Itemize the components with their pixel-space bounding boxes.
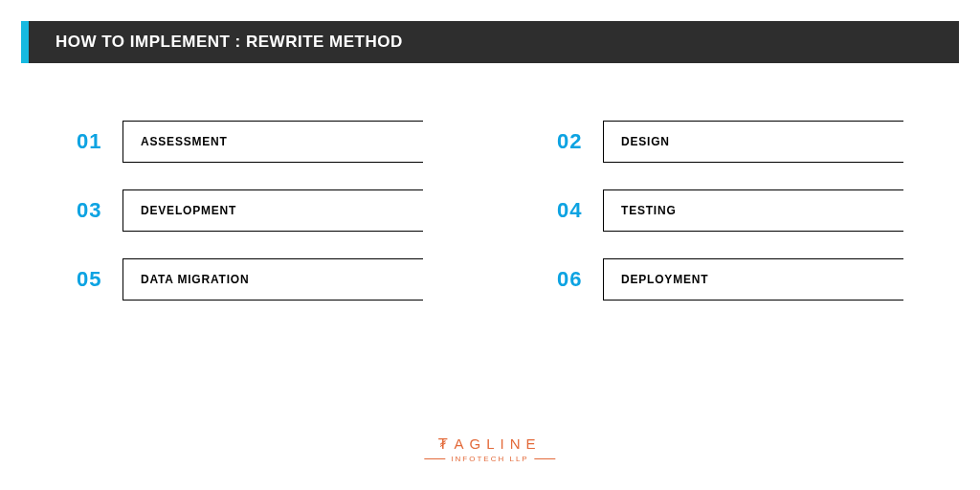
step-number: 04 xyxy=(557,198,603,223)
step-box: ASSESSMENT xyxy=(122,121,423,163)
footer-logo: ₮AGLINE INFOTECH LLP xyxy=(424,435,555,463)
step-number: 02 xyxy=(557,129,603,154)
step-label: ASSESSMENT xyxy=(141,135,228,148)
title-main: HOW TO IMPLEMENT : REWRITE METHOD xyxy=(29,21,959,63)
step-number: 05 xyxy=(77,267,122,292)
step-label: DESIGN xyxy=(621,135,670,148)
logo-line-icon xyxy=(424,458,445,459)
step-number: 06 xyxy=(557,267,603,292)
step-item: 02 DESIGN xyxy=(557,121,903,163)
logo-subtext: INFOTECH LLP xyxy=(451,455,528,463)
step-label: DEVELOPMENT xyxy=(141,204,236,217)
step-label: DATA MIGRATION xyxy=(141,273,249,286)
content-area: 01 ASSESSMENT 02 DESIGN 03 DEVELOPMENT 0… xyxy=(0,63,980,301)
step-number: 01 xyxy=(77,129,122,154)
step-number: 03 xyxy=(77,198,122,223)
title-bar: HOW TO IMPLEMENT : REWRITE METHOD xyxy=(21,21,959,63)
step-box: DEPLOYMENT xyxy=(603,258,903,301)
title-accent-bar xyxy=(21,21,29,63)
step-box: DESIGN xyxy=(603,121,903,163)
step-box: DEVELOPMENT xyxy=(122,189,423,232)
step-box: DATA MIGRATION xyxy=(122,258,423,301)
step-item: 01 ASSESSMENT xyxy=(77,121,423,163)
step-box: TESTING xyxy=(603,189,903,232)
steps-grid: 01 ASSESSMENT 02 DESIGN 03 DEVELOPMENT 0… xyxy=(77,121,903,301)
step-label: TESTING xyxy=(621,204,677,217)
logo-line-icon xyxy=(535,458,556,459)
step-item: 03 DEVELOPMENT xyxy=(77,189,423,232)
step-item: 06 DEPLOYMENT xyxy=(557,258,903,301)
logo-subline: INFOTECH LLP xyxy=(424,455,555,463)
logo-brand: ₮AGLINE xyxy=(424,435,555,453)
page-title: HOW TO IMPLEMENT : REWRITE METHOD xyxy=(56,33,403,52)
step-item: 05 DATA MIGRATION xyxy=(77,258,423,301)
step-item: 04 TESTING xyxy=(557,189,903,232)
step-label: DEPLOYMENT xyxy=(621,273,708,286)
